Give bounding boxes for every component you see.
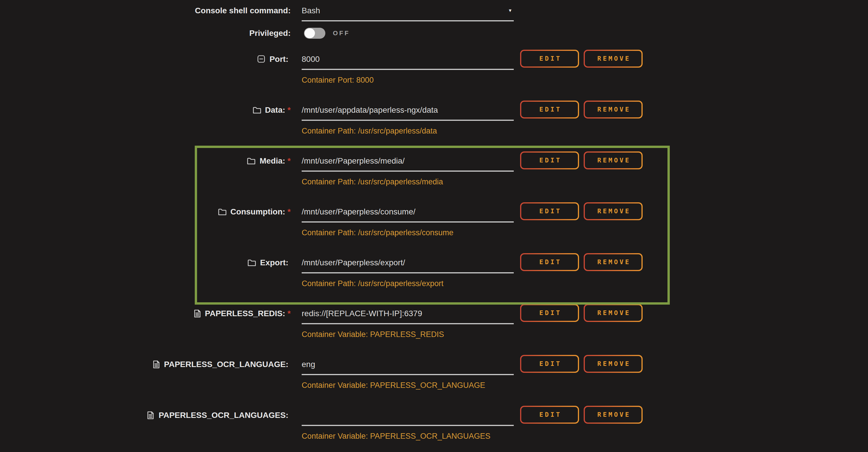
- required-asterisk: *: [287, 308, 291, 319]
- field-input[interactable]: redis://[REPLACE-WITH-IP]:6379: [302, 308, 514, 324]
- edit-button[interactable]: EDIT: [520, 202, 579, 220]
- console-shell-command-value-cell: Bash ▾: [302, 5, 514, 21]
- field-input[interactable]: eng: [302, 359, 514, 375]
- container-mapping-note: Container Path: /usr/src/paperless/expor…: [302, 279, 514, 288]
- edit-button-label: EDIT: [521, 305, 578, 321]
- field-label: Media:: [259, 155, 285, 166]
- privileged-row: Privileged: OFF: [0, 28, 868, 39]
- edit-button[interactable]: EDIT: [520, 151, 579, 169]
- remove-button[interactable]: REMOVE: [584, 100, 643, 119]
- required-asterisk: *: [287, 206, 291, 217]
- field-input[interactable]: [302, 410, 514, 426]
- remove-button-label: REMOVE: [585, 254, 642, 270]
- edit-button-label: EDIT: [521, 356, 578, 372]
- console-shell-command-label-cell: Console shell command:: [0, 5, 291, 16]
- container-mapping-note: Container Path: /usr/src/paperless/consu…: [302, 228, 514, 237]
- remove-button-label: REMOVE: [585, 407, 642, 423]
- console-shell-command-select[interactable]: Bash ▾: [302, 5, 514, 21]
- remove-button[interactable]: REMOVE: [584, 253, 643, 271]
- remove-button-label: REMOVE: [585, 153, 642, 168]
- field-input[interactable]: 8000: [302, 54, 514, 70]
- edit-button-label: EDIT: [521, 254, 578, 270]
- edit-button[interactable]: EDIT: [520, 100, 579, 119]
- folder-icon: [247, 259, 256, 266]
- remove-button[interactable]: REMOVE: [584, 406, 643, 424]
- edit-button[interactable]: EDIT: [520, 50, 579, 68]
- console-shell-command-value: Bash: [302, 5, 320, 16]
- required-asterisk: *: [287, 155, 291, 166]
- privileged-toggle[interactable]: [304, 28, 326, 39]
- console-shell-command-row: Console shell command: Bash ▾: [0, 5, 868, 21]
- remove-button[interactable]: REMOVE: [584, 355, 643, 373]
- edit-button-label: EDIT: [521, 51, 578, 66]
- folder-icon: [218, 208, 226, 215]
- field-label: PAPERLESS_REDIS:: [205, 308, 285, 319]
- remove-button[interactable]: REMOVE: [584, 202, 643, 220]
- field-label: Export:: [260, 257, 288, 268]
- edit-button-label: EDIT: [521, 102, 578, 117]
- edit-button[interactable]: EDIT: [520, 304, 579, 322]
- container-mapping-note: Container Variable: PAPERLESS_REDIS: [302, 330, 514, 339]
- remove-button[interactable]: REMOVE: [584, 50, 643, 68]
- container-mapping-note: Container Variable: PAPERLESS_OCR_LANGUA…: [302, 381, 514, 390]
- field-label: Data:: [265, 104, 285, 115]
- file-icon: [153, 360, 160, 368]
- edit-button-label: EDIT: [521, 407, 578, 423]
- edit-button-label: EDIT: [521, 153, 578, 168]
- container-mapping-note: Container Port: 8000: [302, 76, 514, 84]
- field-input[interactable]: /mnt/user/Paperpless/export/: [302, 257, 514, 273]
- field-label: PAPERLESS_OCR_LANGUAGES:: [159, 410, 288, 420]
- field-input[interactable]: /mnt/user/Paperpless/consume/: [302, 206, 514, 222]
- field-row-paperless-ocr-language: PAPERLESS_OCR_LANGUAGE: eng Container Va…: [0, 359, 868, 390]
- field-row-paperless-redis: PAPERLESS_REDIS: * redis://[REPLACE-WITH…: [0, 308, 868, 339]
- remove-button-label: REMOVE: [585, 51, 642, 66]
- remove-button-label: REMOVE: [585, 356, 642, 372]
- console-shell-command-label: Console shell command:: [195, 5, 291, 16]
- field-label: Consumption:: [230, 206, 285, 217]
- edit-button[interactable]: EDIT: [520, 253, 579, 271]
- container-mapping-note: Container Variable: PAPERLESS_OCR_LANGUA…: [302, 432, 514, 441]
- remove-button-label: REMOVE: [585, 204, 642, 219]
- privileged-state-label: OFF: [333, 28, 350, 39]
- remove-button[interactable]: REMOVE: [584, 304, 643, 322]
- remove-button-label: REMOVE: [585, 102, 642, 117]
- file-icon: [193, 309, 201, 318]
- folder-icon: [247, 157, 255, 164]
- edit-button[interactable]: EDIT: [520, 406, 579, 424]
- field-row-media: Media: * /mnt/user/Paperpless/media/ Con…: [0, 155, 868, 186]
- remove-button[interactable]: REMOVE: [584, 151, 643, 169]
- file-icon: [147, 411, 155, 419]
- port-icon: [257, 55, 266, 63]
- field-row-data: Data: * /mnt/user/appdata/paperless-ngx/…: [0, 104, 868, 135]
- toggle-knob: [305, 28, 315, 38]
- container-mapping-note: Container Path: /usr/src/paperless/data: [302, 127, 514, 135]
- folder-icon: [252, 106, 261, 114]
- field-row-export: Export: /mnt/user/Paperpless/export/ Con…: [0, 257, 868, 288]
- privileged-label-cell: Privileged:: [0, 28, 291, 38]
- field-row-consumption: Consumption: * /mnt/user/Paperpless/cons…: [0, 206, 868, 237]
- field-input[interactable]: /mnt/user/appdata/paperless-ngx/data: [302, 104, 514, 121]
- remove-button-label: REMOVE: [585, 305, 642, 321]
- privileged-label: Privileged:: [249, 28, 291, 38]
- field-label: PAPERLESS_OCR_LANGUAGE:: [164, 359, 288, 369]
- container-mapping-note: Container Path: /usr/src/paperless/media: [302, 177, 514, 186]
- edit-button[interactable]: EDIT: [520, 355, 579, 373]
- field-row-port: Port: 8000 Container Port: 8000 EDIT REM…: [0, 54, 868, 84]
- edit-button-label: EDIT: [521, 204, 578, 219]
- privileged-value-cell: OFF: [302, 28, 514, 39]
- docker-template-settings-page: Console shell command: Bash ▾ Privileged…: [0, 0, 868, 452]
- required-asterisk: *: [287, 104, 291, 115]
- field-input[interactable]: /mnt/user/Paperpless/media/: [302, 155, 514, 172]
- field-row-paperless-ocr-languages: PAPERLESS_OCR_LANGUAGES: Container Varia…: [0, 410, 868, 441]
- dropdown-arrow-icon: ▾: [509, 5, 512, 16]
- field-label: Port:: [270, 54, 288, 64]
